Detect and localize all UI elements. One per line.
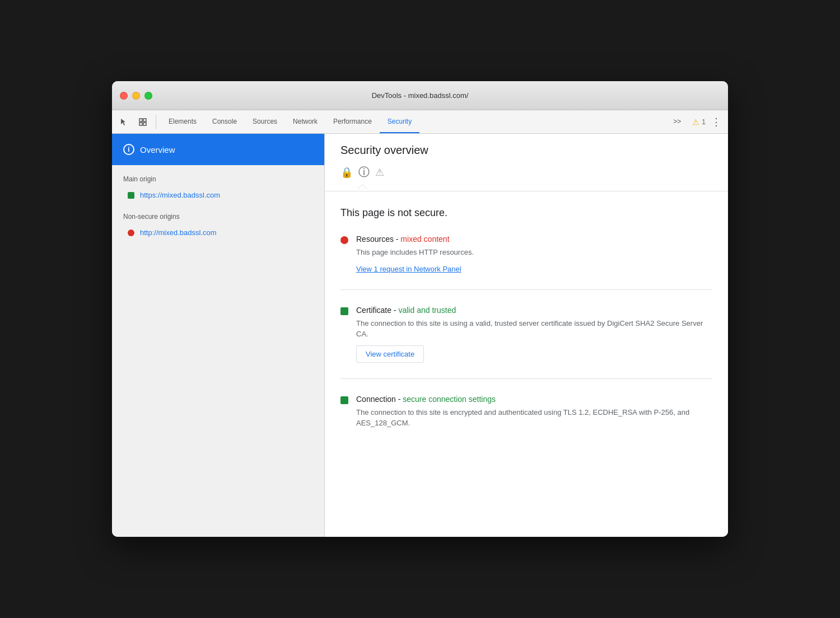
more-menu-btn[interactable]: ⋮ [709,115,724,129]
tab-security[interactable]: Security [380,110,419,133]
certificate-body: Certificate - valid and trusted The conn… [356,306,712,363]
resources-title: Resources - mixed content [356,235,712,244]
security-title: Security overview [340,144,712,157]
resources-title-highlight: mixed content [400,235,449,244]
security-header: Security overview 🔒 ⓘ ⚠ [325,134,728,191]
minimize-button[interactable] [132,92,140,100]
close-button[interactable] [120,92,128,100]
resources-indicator [340,236,348,244]
warning-count: 1 [702,118,706,126]
certificate-title-prefix: Certificate - [356,306,398,315]
divider-1 [340,289,712,290]
title-bar: DevTools - mixed.badssl.com/ [112,81,728,110]
security-icons-row: 🔒 ⓘ ⚠ [340,165,712,180]
divider-2 [340,378,712,379]
main-area: i Overview Main origin https://mixed.bad… [112,134,728,537]
connection-title: Connection - secure connection settings [356,395,712,404]
resources-body: Resources - mixed content This page incl… [356,235,712,274]
toolbar-icons [116,115,156,129]
connection-body: Connection - secure connection settings … [356,395,712,434]
traffic-lights [120,92,152,100]
page-not-secure-text: This page is not secure. [340,207,712,219]
tab-elements[interactable]: Elements [161,110,204,133]
certificate-title: Certificate - valid and trusted [356,306,712,315]
certificate-desc: The connection to this site is using a v… [356,318,712,340]
connection-desc: The connection to this site is encrypted… [356,407,712,429]
devtools-window: DevTools - mixed.badssl.com/ Elements Co… [112,81,728,537]
tab-network[interactable]: Network [285,110,325,133]
info-circle-icon: ⓘ [358,165,370,180]
sidebar: i Overview Main origin https://mixed.bad… [112,134,325,537]
svg-rect-0 [139,119,142,121]
maximize-button[interactable] [144,92,152,100]
sidebar-overview-item[interactable]: i Overview [112,134,324,165]
svg-rect-2 [139,123,142,125]
origin-dot-red [128,230,134,236]
sidebar-origin-http[interactable]: http://mixed.badssl.com [112,225,324,240]
resources-item: Resources - mixed content This page incl… [340,235,712,274]
tab-sources[interactable]: Sources [245,110,285,133]
origin-dot-green [128,192,134,199]
window-title: DevTools - mixed.badssl.com/ [372,91,469,100]
lock-icon: 🔒 [340,166,353,179]
cursor-icon[interactable] [116,115,131,129]
main-origin-label: Main origin [112,165,324,188]
toolbar-right: >> ⚠ 1 ⋮ [665,115,724,129]
content-area: Security overview 🔒 ⓘ ⚠ This page is not… [325,134,728,537]
certificate-title-highlight: valid and trusted [398,306,456,315]
origin-https-link[interactable]: https://mixed.badssl.com [140,191,220,199]
certificate-indicator [340,307,348,315]
view-certificate-button[interactable]: View certificate [356,345,424,363]
toolbar: Elements Console Sources Network Perform… [112,110,728,134]
overview-info-icon: i [123,144,134,155]
more-tabs-btn[interactable]: >> [665,118,689,127]
view-network-panel-link[interactable]: View 1 request in Network Panel [356,265,461,273]
security-content: This page is not secure. Resources - mix… [325,191,728,466]
connection-title-highlight: secure connection settings [403,395,496,404]
warning-icon: ⚠ [692,118,699,127]
origin-http-link[interactable]: http://mixed.badssl.com [140,228,217,237]
triangle-warning-icon: ⚠ [375,166,384,179]
tab-performance[interactable]: Performance [325,110,380,133]
tab-console[interactable]: Console [204,110,245,133]
connection-item: Connection - secure connection settings … [340,395,712,434]
non-secure-origins-label: Non-secure origins [112,203,324,225]
resources-title-prefix: Resources - [356,235,400,244]
warning-badge[interactable]: ⚠ 1 [692,118,706,127]
tab-list: Elements Console Sources Network Perform… [161,110,665,133]
resources-desc: This page includes HTTP resources. [356,247,712,258]
sidebar-origin-https[interactable]: https://mixed.badssl.com [112,188,324,203]
svg-rect-3 [143,123,146,125]
inspect-icon[interactable] [136,115,150,129]
overview-label: Overview [140,145,175,154]
connection-title-prefix: Connection - [356,395,403,404]
svg-rect-1 [143,119,146,121]
connection-indicator [340,396,348,404]
certificate-item: Certificate - valid and trusted The conn… [340,306,712,363]
